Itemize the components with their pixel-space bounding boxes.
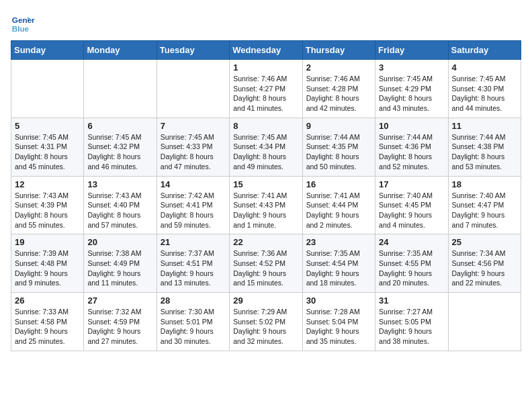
calendar-week-row: 5Sunrise: 7:45 AM Sunset: 4:31 PM Daylig… [11, 118, 521, 176]
day-number: 29 [233, 295, 298, 306]
weekday-header: Thursday [302, 41, 375, 60]
calendar-week-row: 19Sunrise: 7:39 AM Sunset: 4:48 PM Dayli… [11, 234, 521, 293]
day-info: Sunrise: 7:27 AM Sunset: 5:05 PM Dayligh… [379, 307, 444, 347]
day-number: 23 [306, 237, 371, 247]
day-number: 9 [306, 121, 371, 131]
day-info: Sunrise: 7:41 AM Sunset: 4:43 PM Dayligh… [233, 191, 298, 230]
day-info: Sunrise: 7:45 AM Sunset: 4:33 PM Dayligh… [161, 132, 226, 172]
day-number: 12 [15, 179, 80, 189]
day-info: Sunrise: 7:43 AM Sunset: 4:39 PM Dayligh… [15, 191, 80, 230]
day-number: 11 [452, 121, 517, 131]
day-number: 20 [87, 237, 152, 247]
day-number: 5 [15, 121, 80, 131]
calendar-cell: 29Sunrise: 7:29 AM Sunset: 5:02 PM Dayli… [230, 293, 302, 351]
day-number: 14 [161, 179, 226, 189]
calendar-cell [448, 293, 521, 351]
day-info: Sunrise: 7:33 AM Sunset: 4:58 PM Dayligh… [15, 307, 80, 347]
day-info: Sunrise: 7:44 AM Sunset: 4:36 PM Dayligh… [379, 132, 444, 172]
day-info: Sunrise: 7:32 AM Sunset: 4:59 PM Dayligh… [87, 307, 152, 347]
day-number: 30 [306, 295, 371, 306]
calendar-cell [11, 60, 84, 118]
day-info: Sunrise: 7:45 AM Sunset: 4:34 PM Dayligh… [233, 132, 298, 172]
calendar-cell: 2Sunrise: 7:46 AM Sunset: 4:28 PM Daylig… [302, 60, 375, 118]
day-number: 27 [87, 295, 152, 306]
day-number: 3 [379, 62, 444, 73]
day-number: 2 [306, 62, 371, 73]
calendar-cell: 13Sunrise: 7:43 AM Sunset: 4:40 PM Dayli… [84, 176, 157, 234]
calendar-cell: 16Sunrise: 7:41 AM Sunset: 4:44 PM Dayli… [302, 176, 375, 234]
day-info: Sunrise: 7:44 AM Sunset: 4:38 PM Dayligh… [452, 132, 517, 172]
day-info: Sunrise: 7:45 AM Sunset: 4:30 PM Dayligh… [452, 74, 517, 113]
day-info: Sunrise: 7:40 AM Sunset: 4:47 PM Dayligh… [452, 191, 517, 230]
weekday-header: Saturday [448, 41, 521, 60]
day-number: 8 [233, 121, 298, 131]
day-number: 26 [15, 295, 80, 306]
calendar-cell: 11Sunrise: 7:44 AM Sunset: 4:38 PM Dayli… [448, 118, 521, 176]
day-number: 1 [233, 62, 298, 73]
calendar-cell: 15Sunrise: 7:41 AM Sunset: 4:43 PM Dayli… [230, 176, 302, 234]
calendar-cell: 20Sunrise: 7:38 AM Sunset: 4:49 PM Dayli… [84, 234, 157, 293]
calendar-cell: 26Sunrise: 7:33 AM Sunset: 4:58 PM Dayli… [11, 293, 84, 351]
day-info: Sunrise: 7:35 AM Sunset: 4:54 PM Dayligh… [306, 248, 371, 288]
day-info: Sunrise: 7:45 AM Sunset: 4:32 PM Dayligh… [87, 132, 152, 172]
day-number: 7 [161, 121, 226, 131]
day-number: 16 [306, 179, 371, 189]
calendar-cell: 4Sunrise: 7:45 AM Sunset: 4:30 PM Daylig… [448, 60, 521, 118]
day-number: 18 [452, 179, 517, 189]
calendar-cell: 23Sunrise: 7:35 AM Sunset: 4:54 PM Dayli… [302, 234, 375, 293]
day-number: 19 [15, 237, 80, 247]
calendar-cell: 12Sunrise: 7:43 AM Sunset: 4:39 PM Dayli… [11, 176, 84, 234]
calendar-cell: 7Sunrise: 7:45 AM Sunset: 4:33 PM Daylig… [157, 118, 229, 176]
calendar-cell [84, 60, 157, 118]
day-number: 24 [379, 237, 444, 247]
weekday-header: Monday [84, 41, 157, 60]
day-info: Sunrise: 7:45 AM Sunset: 4:29 PM Dayligh… [379, 74, 444, 113]
day-info: Sunrise: 7:39 AM Sunset: 4:48 PM Dayligh… [15, 248, 80, 288]
day-number: 10 [379, 121, 444, 131]
calendar-cell: 30Sunrise: 7:28 AM Sunset: 5:04 PM Dayli… [302, 293, 375, 351]
day-info: Sunrise: 7:29 AM Sunset: 5:02 PM Dayligh… [233, 307, 298, 347]
calendar-cell: 10Sunrise: 7:44 AM Sunset: 4:36 PM Dayli… [375, 118, 448, 176]
svg-text:Blue: Blue [12, 24, 30, 33]
logo: General Blue [11, 11, 35, 35]
weekday-header: Wednesday [230, 41, 302, 60]
day-number: 25 [452, 237, 517, 247]
day-number: 15 [233, 179, 298, 189]
calendar-cell: 19Sunrise: 7:39 AM Sunset: 4:48 PM Dayli… [11, 234, 84, 293]
day-number: 6 [87, 121, 152, 131]
day-info: Sunrise: 7:46 AM Sunset: 4:28 PM Dayligh… [306, 74, 371, 113]
calendar-cell: 25Sunrise: 7:34 AM Sunset: 4:56 PM Dayli… [448, 234, 521, 293]
day-info: Sunrise: 7:35 AM Sunset: 4:55 PM Dayligh… [379, 248, 444, 288]
calendar-cell: 6Sunrise: 7:45 AM Sunset: 4:32 PM Daylig… [84, 118, 157, 176]
day-info: Sunrise: 7:44 AM Sunset: 4:35 PM Dayligh… [306, 132, 371, 172]
calendar-week-row: 1Sunrise: 7:46 AM Sunset: 4:27 PM Daylig… [11, 60, 521, 118]
calendar-cell: 22Sunrise: 7:36 AM Sunset: 4:52 PM Dayli… [230, 234, 302, 293]
day-number: 22 [233, 237, 298, 247]
calendar-cell: 14Sunrise: 7:42 AM Sunset: 4:41 PM Dayli… [157, 176, 229, 234]
day-info: Sunrise: 7:34 AM Sunset: 4:56 PM Dayligh… [452, 248, 517, 288]
calendar-cell: 28Sunrise: 7:30 AM Sunset: 5:01 PM Dayli… [157, 293, 229, 351]
day-info: Sunrise: 7:42 AM Sunset: 4:41 PM Dayligh… [161, 191, 226, 230]
calendar-cell: 18Sunrise: 7:40 AM Sunset: 4:47 PM Dayli… [448, 176, 521, 234]
day-number: 21 [161, 237, 226, 247]
page-header: General Blue [11, 11, 521, 35]
calendar-cell: 1Sunrise: 7:46 AM Sunset: 4:27 PM Daylig… [230, 60, 302, 118]
day-number: 17 [379, 179, 444, 189]
day-info: Sunrise: 7:40 AM Sunset: 4:45 PM Dayligh… [379, 191, 444, 230]
day-info: Sunrise: 7:46 AM Sunset: 4:27 PM Dayligh… [233, 74, 298, 113]
calendar-week-row: 12Sunrise: 7:43 AM Sunset: 4:39 PM Dayli… [11, 176, 521, 234]
calendar-cell [157, 60, 229, 118]
calendar-cell: 27Sunrise: 7:32 AM Sunset: 4:59 PM Dayli… [84, 293, 157, 351]
day-number: 4 [452, 62, 517, 73]
day-info: Sunrise: 7:38 AM Sunset: 4:49 PM Dayligh… [87, 248, 152, 288]
day-info: Sunrise: 7:36 AM Sunset: 4:52 PM Dayligh… [233, 248, 298, 288]
day-info: Sunrise: 7:30 AM Sunset: 5:01 PM Dayligh… [161, 307, 226, 347]
calendar-cell: 24Sunrise: 7:35 AM Sunset: 4:55 PM Dayli… [375, 234, 448, 293]
calendar-table: SundayMondayTuesdayWednesdayThursdayFrid… [11, 40, 521, 351]
day-info: Sunrise: 7:43 AM Sunset: 4:40 PM Dayligh… [87, 191, 152, 230]
calendar-cell: 3Sunrise: 7:45 AM Sunset: 4:29 PM Daylig… [375, 60, 448, 118]
day-info: Sunrise: 7:41 AM Sunset: 4:44 PM Dayligh… [306, 191, 371, 230]
day-info: Sunrise: 7:45 AM Sunset: 4:31 PM Dayligh… [15, 132, 80, 172]
calendar-cell: 17Sunrise: 7:40 AM Sunset: 4:45 PM Dayli… [375, 176, 448, 234]
calendar-cell: 8Sunrise: 7:45 AM Sunset: 4:34 PM Daylig… [230, 118, 302, 176]
